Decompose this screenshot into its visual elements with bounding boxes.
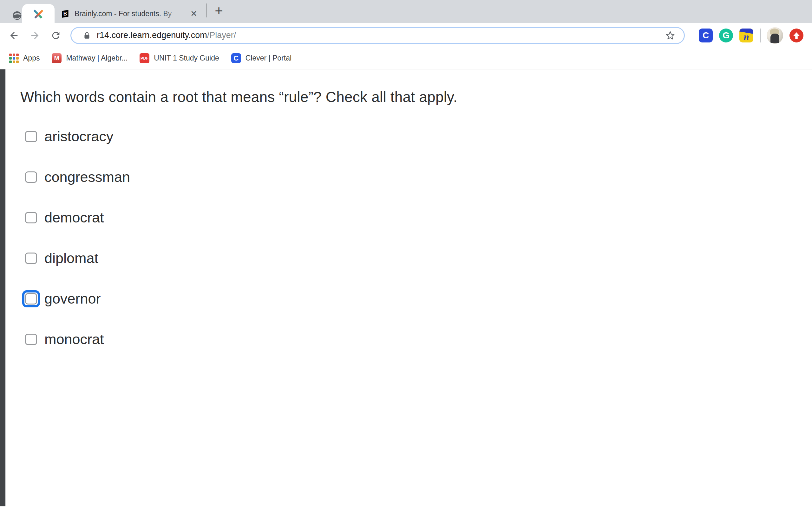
answer-option-congressman[interactable]: congressman: [0, 157, 812, 198]
bookmark-star-icon[interactable]: [665, 30, 676, 41]
tab-title-fade: [162, 9, 185, 18]
page-content: Which words contain a root that means “r…: [0, 69, 812, 506]
checkbox-focus-ring: [22, 209, 40, 226]
checkbox-focus-ring: [22, 128, 40, 145]
toolbar: r14.core.learn.edgenuity.com/Player/ C G…: [0, 23, 812, 48]
grammarly-extension-icon[interactable]: G: [719, 29, 733, 43]
bookmark-label: Mathway | Algebr...: [66, 54, 128, 62]
left-dark-strip: [0, 69, 6, 506]
option-label: democrat: [44, 210, 104, 226]
edgenuity-x-icon: [33, 8, 44, 19]
mathway-icon: M: [52, 53, 61, 63]
bookmark-unit1-study-guide[interactable]: PDF UNIT 1 Study Guide: [140, 53, 219, 63]
checkbox-focus-ring: [22, 250, 40, 267]
tab-separator: [206, 3, 207, 17]
bookmark-label: Clever | Portal: [246, 54, 292, 62]
forward-button[interactable]: [29, 29, 41, 42]
profile-avatar[interactable]: [767, 27, 783, 44]
apps-shortcut[interactable]: Apps: [9, 54, 40, 63]
red-up-arrow-extension-icon[interactable]: [790, 29, 803, 43]
bookmark-mathway[interactable]: M Mathway | Algebr...: [52, 53, 128, 63]
checkbox[interactable]: [25, 334, 37, 345]
brainly-icon: B: [61, 9, 69, 18]
url-text[interactable]: r14.core.learn.edgenuity.com/Player/: [97, 31, 665, 40]
checkbox-focus-ring: [22, 331, 40, 348]
answer-option-diplomat[interactable]: diplomat: [0, 238, 812, 279]
toolbar-separator: [760, 29, 761, 43]
svg-text:B: B: [63, 11, 67, 16]
lock-icon[interactable]: [83, 31, 91, 40]
pdf-icon: PDF: [140, 53, 149, 63]
bookmark-label: Apps: [23, 54, 40, 62]
checkbox[interactable]: [25, 252, 37, 264]
checkbox[interactable]: [25, 131, 37, 142]
answer-option-governor[interactable]: governor: [0, 279, 812, 319]
bookmark-clever-portal[interactable]: C Clever | Portal: [231, 53, 292, 63]
clever-icon: C: [231, 53, 241, 63]
option-label: diplomat: [44, 250, 98, 267]
option-label: governor: [44, 291, 101, 307]
tab-title: Brainly.com - For students. By: [74, 9, 171, 18]
option-label: monocrat: [44, 331, 104, 348]
apps-grid-icon: [9, 54, 19, 63]
bookmarks-bar: Apps M Mathway | Algebr... PDF UNIT 1 St…: [0, 48, 812, 69]
bookmark-label: UNIT 1 Study Guide: [154, 54, 219, 62]
tab-strip: B Brainly.com - For students. By ✕ +: [0, 0, 812, 23]
back-button[interactable]: [8, 29, 20, 42]
checkbox-focus-ring: [22, 290, 40, 307]
answer-option-aristocracy[interactable]: aristocracy: [0, 116, 812, 157]
answer-option-democrat[interactable]: democrat: [0, 198, 812, 238]
tab-edgenuity-player[interactable]: [22, 4, 55, 23]
checkbox[interactable]: [25, 171, 37, 183]
address-bar[interactable]: r14.core.learn.edgenuity.com/Player/: [70, 27, 685, 44]
option-label: aristocracy: [44, 128, 113, 145]
new-tab-button[interactable]: +: [212, 3, 226, 19]
noredink-extension-icon[interactable]: n: [740, 29, 753, 43]
checkbox[interactable]: [25, 293, 37, 304]
option-label: congressman: [44, 169, 130, 185]
clever-extension-icon[interactable]: C: [699, 29, 713, 43]
tab-brainly[interactable]: B Brainly.com - For students. By ✕: [55, 4, 204, 23]
url-host: r14.core.learn.edgenuity.com: [97, 31, 207, 40]
question-text: Which words contain a root that means “r…: [0, 69, 812, 106]
checkbox-focus-ring: [22, 169, 40, 186]
checkbox[interactable]: [25, 212, 37, 223]
reload-button[interactable]: [49, 29, 62, 42]
globe-icon[interactable]: [12, 10, 22, 20]
url-path: /Player/: [207, 31, 236, 40]
tab-close-icon[interactable]: ✕: [189, 8, 199, 19]
answer-option-monocrat[interactable]: monocrat: [0, 319, 812, 360]
options-list: aristocracy congressman democrat diploma…: [0, 116, 812, 360]
